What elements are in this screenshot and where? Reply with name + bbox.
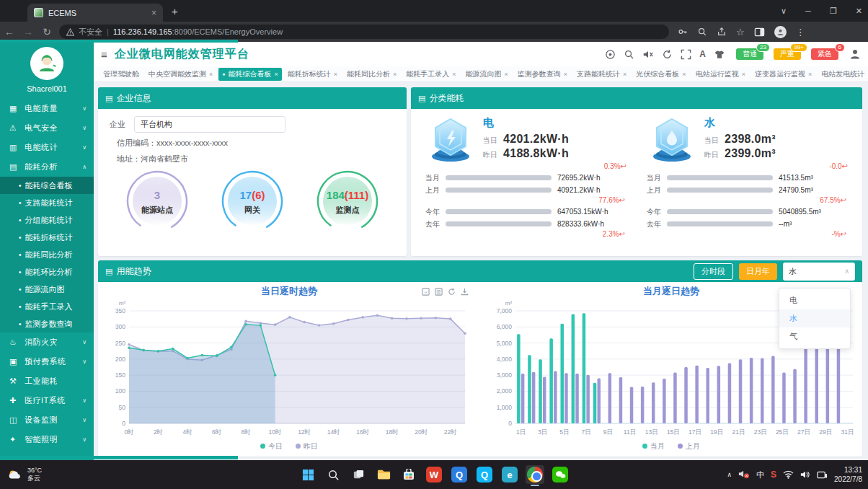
taskbar-search-icon[interactable] <box>324 465 342 484</box>
sogou-icon[interactable]: S <box>771 470 776 480</box>
share-icon[interactable] <box>717 27 727 37</box>
sidebar-item[interactable]: ▥电能统计∨ <box>0 138 94 157</box>
tab-close-icon[interactable]: × <box>452 71 456 78</box>
tab-search-icon[interactable]: ∨ <box>781 6 787 16</box>
sidebar-subitem[interactable]: •支路能耗统计 <box>0 194 94 211</box>
workspace-tab[interactable]: 监测参数查询× <box>514 68 571 81</box>
minimize-button[interactable]: ─ <box>805 6 811 15</box>
start-button[interactable] <box>298 465 317 484</box>
sidebar-item[interactable]: ✚医疗IT系统∨ <box>0 391 94 410</box>
maximize-button[interactable]: ❒ <box>830 6 837 16</box>
workspace-tab[interactable]: 中央空调能效监测× <box>145 68 216 81</box>
tray-chevron-icon[interactable]: ∧ <box>727 471 732 478</box>
workspace-tab[interactable]: 能耗折标统计× <box>284 68 341 81</box>
tab-close-icon[interactable]: × <box>682 71 686 78</box>
taskbar-app-edge[interactable]: e <box>500 465 519 484</box>
horizontal-scrollbar-thumb[interactable] <box>0 456 238 459</box>
tab-close-icon[interactable]: × <box>209 71 213 78</box>
sidebar-item[interactable]: ⚠电气安全∨ <box>0 118 94 138</box>
close-window-button[interactable]: ✕ <box>856 6 862 16</box>
side-panel-icon[interactable] <box>754 27 765 38</box>
sidebar-item[interactable]: ▦电能质量∨ <box>0 99 94 118</box>
refresh-icon[interactable] <box>662 49 673 60</box>
dropdown-option[interactable]: 电 <box>779 291 850 309</box>
alarm-badge[interactable]: 普通23 <box>736 48 763 60</box>
taskbar-clock[interactable]: 13:31 2022/7/8 <box>834 465 862 484</box>
close-tab-icon[interactable]: × <box>151 8 156 18</box>
browser-tab[interactable]: ECEMS × <box>27 4 163 22</box>
dropdown-option[interactable]: 气 <box>779 327 850 345</box>
tab-close-icon[interactable]: × <box>808 71 812 78</box>
restore-refresh-icon[interactable] <box>448 288 456 296</box>
sidebar-subitem[interactable]: •分组能耗统计 <box>0 211 94 229</box>
tab-close-icon[interactable]: × <box>275 71 278 78</box>
legend-item[interactable]: 当月 <box>642 441 665 451</box>
font-size-icon[interactable]: A <box>699 49 706 59</box>
zoom-icon[interactable] <box>697 27 707 37</box>
taskbar-app-wechat[interactable] <box>551 465 570 484</box>
volume-icon[interactable] <box>800 470 810 479</box>
sidebar-item[interactable]: ♨消防火灾∨ <box>0 332 94 352</box>
taskbar-app-qq-music[interactable]: Q <box>475 465 494 484</box>
energy-type-select[interactable]: 水 ∧ <box>783 263 855 281</box>
day-month-year-button[interactable]: 日月年 <box>739 263 777 280</box>
data-view-icon[interactable] <box>435 288 443 296</box>
task-view-icon[interactable] <box>349 465 368 484</box>
password-key-icon[interactable] <box>678 27 688 37</box>
company-input[interactable] <box>134 116 285 133</box>
browser-menu-kebab-icon[interactable]: ⋮ <box>796 27 805 38</box>
user-icon[interactable] <box>849 48 861 60</box>
wifi-icon[interactable] <box>783 470 794 479</box>
search-icon[interactable] <box>624 49 634 60</box>
tab-close-icon[interactable]: × <box>742 71 745 78</box>
legend-item[interactable]: 今日 <box>260 441 283 451</box>
file-explorer-icon[interactable] <box>374 465 393 484</box>
workspace-tab[interactable]: 电站发电统计× <box>818 68 868 81</box>
ime-indicator[interactable]: 中 <box>756 470 764 480</box>
alarm-badge[interactable]: 严重99+ <box>774 48 801 60</box>
mute-icon[interactable] <box>642 49 654 60</box>
alarm-badge[interactable]: 紧急6 <box>811 48 838 60</box>
sidebar-item[interactable]: ⚒工业能耗 <box>0 371 94 391</box>
taskbar-app-chrome[interactable] <box>526 465 544 484</box>
sidebar-subitem[interactable]: •能耗折标统计 <box>0 229 94 246</box>
tab-close-icon[interactable]: × <box>334 71 337 78</box>
reload-button[interactable]: ↻ <box>37 26 56 38</box>
new-tab-button[interactable]: + <box>172 5 178 17</box>
microsoft-store-icon[interactable] <box>399 465 418 484</box>
workspace-tab[interactable]: ●能耗综合看板× <box>218 68 282 81</box>
download-icon[interactable] <box>461 288 469 296</box>
workspace-tab[interactable]: 管理驾驶舱 <box>99 68 143 81</box>
dropdown-option[interactable]: 水 <box>779 309 850 327</box>
sidebar-subitem[interactable]: •能耗同比分析 <box>0 246 94 263</box>
workspace-tab[interactable]: 能源流向图× <box>462 68 512 81</box>
sidebar-item[interactable]: ▣预付费系统∨ <box>0 352 94 371</box>
sidebar-item[interactable]: ◫设备监测∨ <box>0 410 94 430</box>
workspace-tab[interactable]: 支路能耗统计× <box>573 68 630 81</box>
sidebar-subitem[interactable]: •监测参数查询 <box>0 315 94 332</box>
taskbar-app-qq-browser[interactable]: Q <box>450 465 469 484</box>
bookmark-star-icon[interactable]: ☆ <box>736 27 745 38</box>
legend-item[interactable]: 上月 <box>678 441 700 451</box>
tab-close-icon[interactable]: × <box>564 71 567 78</box>
tab-close-icon[interactable]: × <box>505 71 508 78</box>
target-icon[interactable] <box>605 49 616 60</box>
sidebar-subitem[interactable]: •能耗手工录入 <box>0 298 94 315</box>
tab-close-icon[interactable]: × <box>393 71 397 78</box>
browser-profile-icon[interactable] <box>774 26 787 38</box>
back-button[interactable]: ← <box>0 26 19 38</box>
sidebar-subitem[interactable]: •能耗综合看板 <box>0 177 94 194</box>
forward-button[interactable]: → <box>19 26 37 38</box>
save-image-icon[interactable] <box>422 288 430 296</box>
workspace-tab[interactable]: 能耗手工录入× <box>402 68 459 81</box>
chart-legend[interactable]: 今日昨日 <box>98 441 480 452</box>
sidebar-subitem[interactable]: •能耗环比分析 <box>0 263 94 281</box>
workspace-tab[interactable]: 电站运行监视× <box>692 68 749 81</box>
sidebar-subitem[interactable]: •能源流向图 <box>0 281 94 298</box>
hamburger-icon[interactable]: ≡ <box>101 48 107 61</box>
legend-item[interactable]: 昨日 <box>296 441 318 451</box>
sidebar-item[interactable]: ▤能耗分析∧ <box>0 157 94 177</box>
fullscreen-icon[interactable] <box>681 49 691 60</box>
address-bar[interactable]: 不安全 | 116.236.149.165:8090/ECEMS/EnergyO… <box>59 25 669 39</box>
chart-legend[interactable]: 当月上月 <box>480 441 862 452</box>
